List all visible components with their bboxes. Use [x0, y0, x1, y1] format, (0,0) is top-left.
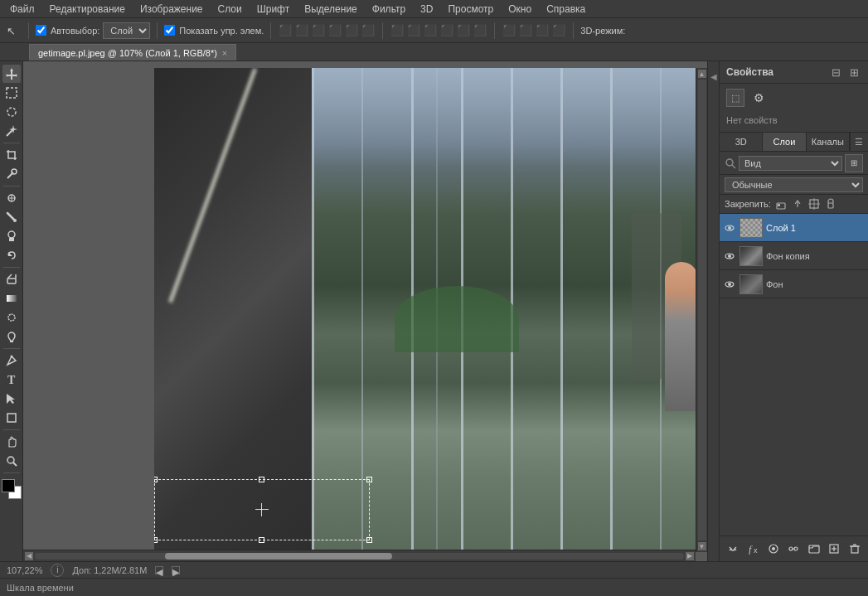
properties-btn2[interactable]: ⚙: [749, 89, 768, 107]
type-tool[interactable]: T: [2, 371, 21, 389]
tab-3d[interactable]: 3D: [720, 133, 763, 151]
canvas-area[interactable]: ▲ ▼ ◀ ▶: [23, 61, 707, 561]
delete-layer-btn[interactable]: [846, 540, 864, 558]
healing-brush-tool[interactable]: [2, 189, 21, 207]
layer-0-visibility[interactable]: [723, 221, 736, 235]
align-right-icon[interactable]: ⬛: [311, 23, 326, 38]
lasso-tool[interactable]: [2, 103, 21, 121]
tab-close-button[interactable]: ×: [222, 48, 227, 58]
properties-btn1[interactable]: ⬚: [726, 89, 744, 107]
panel-collapse-btn[interactable]: ◀: [708, 68, 719, 85]
align-left-icon[interactable]: ⬛: [278, 23, 293, 38]
menu-select[interactable]: Выделение: [298, 2, 364, 17]
menu-view[interactable]: Просмотр: [441, 2, 500, 17]
vertical-scrollbar[interactable]: ▲ ▼: [696, 68, 707, 552]
handle-bm[interactable]: [259, 537, 264, 543]
distribute-icon5[interactable]: ⬛: [456, 23, 471, 38]
dodge-tool[interactable]: [2, 327, 21, 346]
menu-image[interactable]: Изображение: [133, 2, 210, 17]
handle-tr[interactable]: [366, 477, 372, 482]
eraser-tool[interactable]: [2, 270, 21, 288]
scroll-thumb-h[interactable]: [165, 553, 392, 560]
new-layer-btn[interactable]: [825, 540, 843, 558]
properties-icon1[interactable]: ⊟: [828, 65, 843, 80]
move-tool[interactable]: [2, 65, 21, 83]
transform-icon2[interactable]: ⬛: [518, 23, 533, 38]
layers-menu-btn[interactable]: ☰: [850, 133, 868, 151]
path-select-tool[interactable]: [2, 390, 21, 408]
layer-item-1[interactable]: Фон копия: [720, 242, 868, 270]
crop-tool[interactable]: [2, 146, 21, 164]
menu-3d[interactable]: 3D: [414, 2, 439, 17]
layer-fx-btn[interactable]: fx: [744, 540, 763, 558]
scroll-right-btn[interactable]: ▶: [686, 552, 694, 560]
menu-window[interactable]: Окно: [502, 2, 538, 17]
blur-tool[interactable]: [2, 308, 21, 327]
distribute-icon4[interactable]: ⬛: [439, 23, 454, 38]
properties-icon2[interactable]: ⊞: [846, 65, 861, 80]
rectangle-select-tool[interactable]: [2, 84, 21, 102]
new-group-btn[interactable]: ⊞: [845, 154, 863, 172]
menu-help[interactable]: Справка: [540, 2, 592, 17]
hand-tool[interactable]: [2, 433, 21, 451]
eyedropper-tool[interactable]: [2, 165, 21, 183]
scroll-down-btn[interactable]: ▼: [698, 542, 706, 550]
lock-artboard-icon[interactable]: [807, 197, 821, 211]
align-top-icon[interactable]: ⬛: [327, 23, 342, 38]
layer-mask-btn[interactable]: [764, 540, 783, 558]
transform-icon1[interactable]: ⬛: [502, 23, 516, 38]
distribute-v-icon[interactable]: ⬛: [406, 23, 421, 38]
history-brush-tool[interactable]: [2, 246, 21, 264]
clone-stamp-tool[interactable]: [2, 227, 21, 245]
foreground-color[interactable]: [2, 479, 15, 492]
handle-br[interactable]: [366, 537, 372, 543]
align-bottom-icon[interactable]: ⬛: [361, 23, 376, 38]
layer-2-visibility[interactable]: [723, 278, 736, 291]
lock-position-icon[interactable]: [791, 197, 804, 211]
transform-icon4[interactable]: ⬛: [551, 23, 566, 38]
menu-font[interactable]: Шрифт: [250, 2, 296, 17]
lock-pixel-icon[interactable]: [774, 197, 788, 211]
gradient-tool[interactable]: [2, 289, 21, 308]
menu-edit[interactable]: Редактирование: [43, 2, 132, 17]
status-info-btn[interactable]: i: [51, 564, 64, 577]
menu-file[interactable]: Файл: [3, 2, 41, 17]
handle-bl[interactable]: [154, 537, 158, 543]
layer-item-0[interactable]: Слой 1: [720, 214, 868, 242]
handle-tm[interactable]: [259, 477, 264, 482]
status-arrow-right[interactable]: ▶: [172, 566, 180, 574]
distribute-h-icon[interactable]: ⬛: [390, 23, 405, 38]
status-zoom: 107,22%: [7, 565, 42, 575]
new-group-layer-btn[interactable]: [805, 540, 823, 558]
layer-1-visibility[interactable]: [723, 250, 736, 263]
tab-channels[interactable]: Каналы: [807, 133, 850, 151]
magic-wand-tool[interactable]: [2, 122, 21, 140]
tab-layers[interactable]: Слои: [763, 133, 806, 151]
transform-icon3[interactable]: ⬛: [535, 23, 550, 38]
zoom-tool[interactable]: [2, 452, 21, 470]
brush-tool[interactable]: [2, 208, 21, 226]
align-center-icon[interactable]: ⬛: [294, 23, 309, 38]
autoselect-select[interactable]: Слой: [103, 22, 150, 39]
layer-item-2[interactable]: Фон: [720, 270, 868, 298]
scroll-left-btn[interactable]: ◀: [25, 552, 33, 560]
show-controls-checkbox[interactable]: [164, 25, 175, 36]
document-tab[interactable]: getimage.pl.jpeg @ 107% (Слой 1, RGB/8*)…: [29, 44, 236, 61]
horizontal-scrollbar[interactable]: ◀ ▶: [23, 550, 696, 561]
layer-adjustment-btn[interactable]: [784, 540, 803, 558]
lock-all-icon[interactable]: [824, 197, 837, 211]
align-middle-icon[interactable]: ⬛: [344, 23, 359, 38]
layers-view-select[interactable]: Вид: [739, 156, 842, 171]
menu-filter[interactable]: Фильтр: [366, 2, 412, 17]
blend-mode-select[interactable]: Обычные: [725, 177, 863, 192]
menu-layers[interactable]: Слои: [211, 2, 249, 17]
scroll-up-btn[interactable]: ▲: [698, 70, 706, 78]
autoselect-checkbox[interactable]: [36, 25, 46, 36]
distribute-icon3[interactable]: ⬛: [423, 23, 438, 38]
status-arrow-left[interactable]: ◀: [155, 566, 163, 574]
shape-tool[interactable]: [2, 409, 21, 427]
pen-tool[interactable]: [2, 351, 21, 370]
handle-tl[interactable]: [154, 477, 158, 482]
distribute-icon6[interactable]: ⬛: [473, 23, 487, 38]
layer-link-btn[interactable]: [724, 540, 742, 558]
